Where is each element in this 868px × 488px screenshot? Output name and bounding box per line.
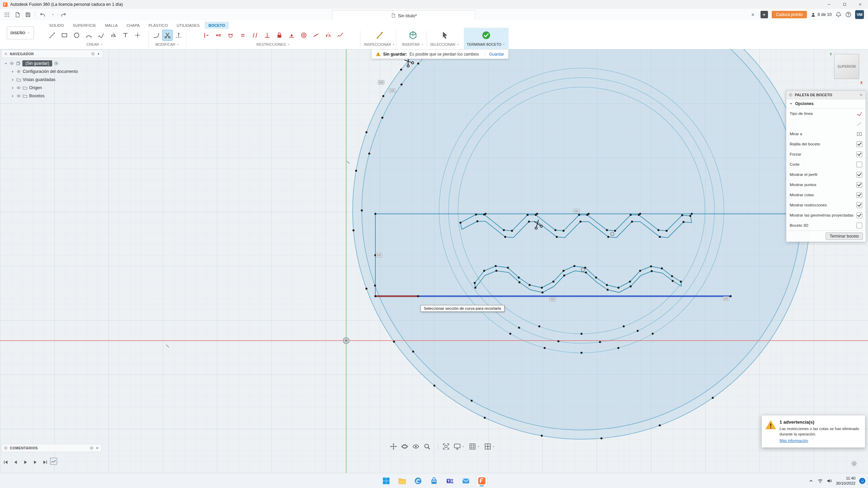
save-link[interactable]: Guardar [485, 52, 504, 57]
spline-tool[interactable] [96, 30, 106, 41]
insert-button[interactable] [406, 29, 420, 41]
constraint-collinear[interactable] [311, 30, 321, 41]
constraint-equal[interactable] [237, 30, 248, 41]
palette-row[interactable]: Mostrar las geometrías proyectadas [786, 210, 866, 220]
step-back[interactable] [12, 459, 19, 466]
help-button[interactable] [845, 12, 851, 18]
tree-item-sketches[interactable]: Bocetos [1, 92, 103, 100]
file-menu-button[interactable] [13, 10, 22, 19]
visibility-eye-icon[interactable] [16, 85, 21, 90]
extend-tool[interactable] [174, 30, 184, 41]
fillet-tool[interactable] [151, 30, 161, 41]
panel-expand-icon[interactable] [95, 446, 99, 450]
ground-icon[interactable] [54, 61, 59, 66]
minimize-button[interactable] [821, 0, 837, 9]
file-explorer[interactable] [396, 475, 408, 487]
sketch-viewport[interactable]: Sin guardar: Es posible que se pierdan l… [0, 49, 868, 473]
expand-arrow-icon[interactable] [11, 86, 15, 90]
fusion-360[interactable] [476, 475, 488, 487]
finish-sketch-button[interactable] [479, 29, 493, 41]
constraint-tangent[interactable] [225, 30, 236, 41]
license-expiry-button[interactable]: Caduca pronto [772, 11, 807, 18]
clock[interactable]: 11:40 30/10/2022 [836, 476, 855, 486]
start-button[interactable] [380, 475, 392, 487]
timeline-sketch-feature[interactable] [50, 457, 58, 465]
more-info-link[interactable]: Más información [780, 439, 808, 443]
panel-expand-icon[interactable] [97, 52, 101, 56]
comments-header[interactable]: COMENTARIOS [1, 444, 102, 452]
expand-arrow-icon[interactable] [11, 94, 15, 98]
filter-icon[interactable] [90, 446, 94, 450]
checkbox[interactable] [856, 202, 862, 208]
inspect-button[interactable] [373, 29, 387, 41]
edge-browser[interactable] [412, 475, 424, 487]
notification-badge[interactable] [859, 478, 865, 484]
tab-chapa[interactable]: CHAPA [123, 22, 143, 29]
select-button[interactable] [438, 29, 452, 41]
spline-icon[interactable] [856, 111, 862, 117]
collapse-panel-icon[interactable] [4, 52, 8, 56]
checkbox[interactable] [856, 212, 862, 218]
filter-icon[interactable] [91, 52, 95, 56]
palette-row[interactable]: Mostrar puntos [786, 180, 866, 190]
pan-tool[interactable] [390, 443, 397, 450]
undo-button[interactable] [38, 10, 47, 19]
tab-utilidades[interactable]: UTILIDADES [173, 22, 203, 29]
notifications-button[interactable] [835, 12, 842, 18]
options-section-header[interactable]: Opciones [786, 99, 866, 108]
tree-item-root[interactable]: (Sin guardar) [1, 59, 103, 67]
save-button[interactable] [23, 10, 33, 19]
constraint-fix[interactable] [274, 30, 285, 41]
tab-malla[interactable]: MALLA [101, 22, 121, 29]
go-to-start[interactable] [2, 459, 9, 466]
palette-row[interactable]: Mostrar el perfil [786, 169, 866, 180]
preferences-gear-icon[interactable] [850, 460, 858, 467]
checkbox[interactable] [856, 223, 862, 228]
fit-view[interactable] [438, 443, 450, 450]
viewcube[interactable]: SUPERIOR Y X [834, 54, 861, 80]
orbit-tool[interactable] [401, 443, 408, 450]
palette-row[interactable] [786, 119, 866, 129]
collapse-panel-icon[interactable] [859, 93, 863, 97]
finish-sketch-button[interactable]: Terminar boceto [826, 232, 863, 240]
rectangle-tool[interactable] [59, 30, 70, 41]
wifi-icon[interactable] [817, 478, 823, 484]
undo-dropdown[interactable] [48, 10, 58, 19]
line-tool[interactable] [47, 30, 58, 41]
navigator-header[interactable]: NAVEGADOR [1, 50, 103, 58]
tree-item-saved-views[interactable]: Vistas guardadas [1, 76, 103, 84]
expand-arrow-icon[interactable] [11, 70, 15, 74]
palette-row[interactable]: Forzar [786, 149, 866, 159]
point-tool[interactable] [132, 30, 143, 41]
palette-row[interactable]: Rejilla del boceto [786, 139, 866, 149]
checkbox[interactable] [856, 162, 862, 167]
checkbox[interactable] [856, 141, 862, 147]
checkbox[interactable] [856, 192, 862, 198]
grid-settings[interactable] [469, 443, 480, 450]
mirror-tool[interactable] [108, 30, 119, 41]
constraint-symmetry[interactable] [323, 30, 334, 41]
window-titlebar[interactable]: Autodesk Fusion 360 (La licencia persona… [0, 0, 868, 9]
constraint-horizontal-vertical[interactable] [201, 30, 212, 41]
construction-icon[interactable] [856, 121, 862, 127]
maximize-button[interactable] [837, 0, 852, 9]
redo-button[interactable] [59, 10, 68, 19]
palette-row[interactable]: Mostrar restricciones [786, 200, 866, 210]
crear-menu[interactable]: CREAR [44, 42, 146, 46]
insertar-menu[interactable]: INSERTAR [399, 42, 427, 46]
close-button[interactable] [852, 0, 868, 9]
design-workspace-menu[interactable]: DISEÑO [7, 26, 34, 39]
zoom-tool[interactable] [423, 443, 431, 450]
new-tab-button[interactable] [761, 11, 768, 18]
tree-item-origin[interactable]: Origen [1, 84, 103, 92]
go-to-end[interactable] [41, 459, 49, 466]
constraint-coincident[interactable] [213, 30, 224, 41]
tree-item-document-settings[interactable]: Configuración del documento [1, 67, 103, 76]
palette-row[interactable]: Boceto 3D [786, 220, 866, 230]
constraint-parallel[interactable] [250, 30, 260, 41]
text-tool[interactable] [120, 30, 131, 41]
viewport-layout[interactable] [484, 443, 495, 450]
tab-solido[interactable]: SOLIDO [45, 22, 67, 29]
inspeccionar-menu[interactable]: INSPECCIONAR [363, 42, 396, 46]
circle-tool[interactable] [71, 30, 82, 41]
